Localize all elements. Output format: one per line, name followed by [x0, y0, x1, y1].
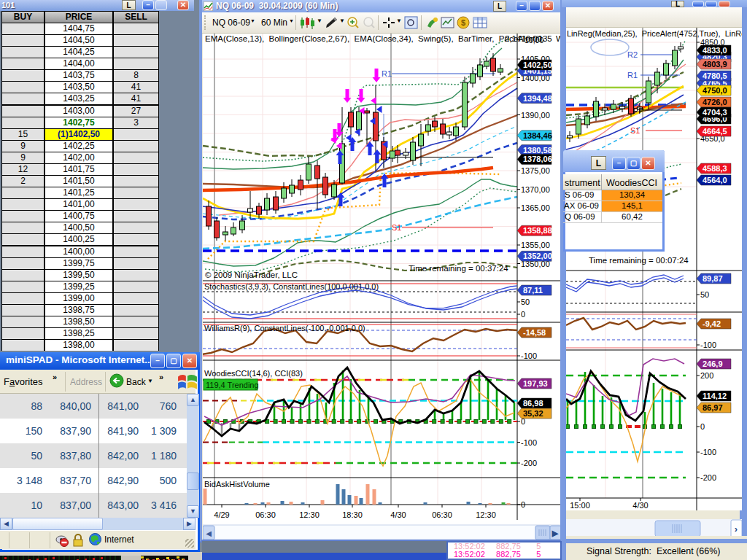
svg-text:1370,00: 1370,00	[521, 185, 550, 194]
svg-text:Time remaining = 00:37:24: Time remaining = 00:37:24	[409, 264, 508, 273]
svg-text:246,9: 246,9	[703, 359, 723, 368]
svg-text:4726,0: 4726,0	[703, 98, 727, 106]
svg-text:0: 0	[521, 500, 525, 509]
svg-text:4803,9: 4803,9	[703, 60, 727, 69]
svg-text:15:00: 15:00	[570, 501, 590, 510]
svg-text:1394,48: 1394,48	[523, 94, 552, 103]
svg-text:-100: -100	[700, 341, 716, 349]
svg-text:1375,00: 1375,00	[521, 166, 550, 175]
svg-text:W: W	[556, 34, 560, 43]
svg-text:86,98: 86,98	[523, 399, 543, 408]
svg-text:0: 0	[700, 422, 705, 431]
svg-text:119,4 Trending: 119,4 Trending	[206, 381, 259, 389]
svg-text:4664,5: 4664,5	[703, 127, 727, 136]
svg-text:R2: R2	[627, 50, 638, 59]
svg-text:89,87: 89,87	[703, 274, 723, 283]
svg-text:1358,88: 1358,88	[523, 226, 552, 235]
svg-text:4833,0: 4833,0	[703, 46, 727, 55]
svg-text:1380,58: 1380,58	[523, 146, 552, 155]
svg-text:4750,0: 4750,0	[703, 86, 727, 95]
svg-text:LinReg(Median,25), PriceAlert: LinReg(Median,25), PriceAlert(4752,True)…	[567, 29, 742, 38]
svg-text:87,11: 87,11	[523, 286, 543, 295]
svg-text:200: 200	[700, 371, 713, 380]
svg-text:Stochastics(3,9,3), ConstantLi: Stochastics(3,9,3), ConstantLines(100,0,…	[204, 282, 379, 291]
svg-text:1365,00: 1365,00	[521, 203, 550, 212]
svg-text:114,12: 114,12	[703, 392, 727, 400]
svg-text:-200: -200	[700, 473, 716, 482]
svg-text:›: ›	[735, 524, 738, 534]
svg-text:18:30: 18:30	[342, 510, 363, 519]
svg-text:© 2009 NinjaTrader, LLC: © 2009 NinjaTrader, LLC	[205, 271, 298, 279]
svg-text:BidAskHistVolume: BidAskHistVolume	[204, 480, 270, 489]
svg-text:12:30: 12:30	[299, 510, 320, 519]
svg-text:▶: ▶	[551, 529, 559, 537]
svg-text:4/29: 4/29	[214, 510, 229, 519]
svg-text:4564,0: 4564,0	[703, 176, 727, 184]
svg-text:WoodiesCCI(14,6), CCI(83): WoodiesCCI(14,6), CCI(83)	[204, 369, 303, 378]
svg-text:R1: R1	[382, 69, 392, 78]
svg-text:1352,00: 1352,00	[523, 252, 552, 260]
svg-text:06:30: 06:30	[432, 510, 452, 519]
svg-text:35,32: 35,32	[523, 409, 543, 418]
svg-text:-100: -100	[521, 351, 537, 360]
svg-text:-14,58: -14,58	[523, 328, 546, 337]
svg-text:-9,42: -9,42	[703, 319, 721, 328]
svg-text:4588,3: 4588,3	[703, 164, 727, 173]
svg-text:12:30: 12:30	[476, 510, 496, 519]
svg-text:-100: -100	[700, 448, 716, 456]
svg-text:06:30: 06:30	[255, 510, 276, 519]
svg-text:EMA(Close,13), Bollinger(Clos: EMA(Close,13), Bollinger(Close,2,67), EM…	[205, 34, 552, 43]
svg-text:S1: S1	[392, 223, 401, 232]
svg-text:1355,00: 1355,00	[521, 241, 550, 249]
svg-text:1384,46: 1384,46	[523, 131, 552, 140]
svg-text:-100: -100	[521, 438, 537, 447]
svg-text:50: 50	[521, 298, 530, 306]
svg-text:WilliamsR(9), ConstantLines(-1: WilliamsR(9), ConstantLines(-100,-0,001,…	[204, 324, 365, 332]
svg-text:4780,5: 4780,5	[703, 71, 727, 80]
svg-text:$: $	[461, 18, 465, 27]
svg-text:50: 50	[700, 290, 709, 299]
svg-text:1402,50: 1402,50	[523, 61, 552, 69]
svg-text:◀: ◀	[206, 529, 212, 537]
svg-text:-200: -200	[521, 459, 537, 467]
svg-text:S1: S1	[630, 126, 640, 135]
svg-text:4/30: 4/30	[390, 510, 406, 519]
svg-text:1378,06: 1378,06	[523, 155, 552, 163]
svg-text:R1: R1	[627, 71, 638, 79]
svg-text:197,93: 197,93	[523, 379, 548, 388]
svg-text:4/30: 4/30	[632, 501, 648, 510]
svg-text:86,97: 86,97	[703, 403, 723, 412]
svg-text:Time remaining = 00:07:24: Time remaining = 00:07:24	[589, 256, 689, 265]
svg-text:0: 0	[521, 310, 525, 319]
svg-text:1390,00: 1390,00	[521, 111, 550, 120]
svg-text:10,00: 10,00	[525, 36, 543, 44]
svg-text:PP: PP	[633, 106, 644, 115]
svg-text:4704,3: 4704,3	[703, 108, 727, 117]
